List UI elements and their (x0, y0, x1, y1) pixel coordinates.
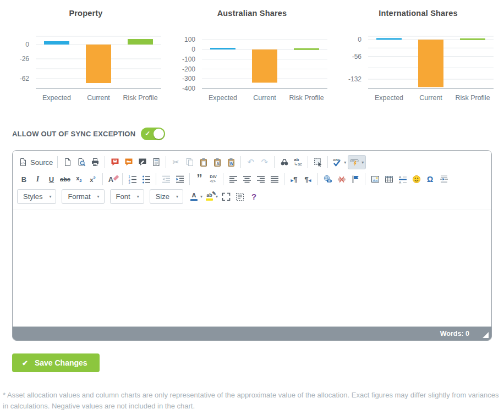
underline-button[interactable]: U (45, 172, 58, 186)
toolbar-separator (223, 173, 223, 185)
svg-text:W: W (229, 162, 233, 165)
toggle-label: ALLOW OUT OF SYNC EXCEPTION (12, 130, 135, 138)
y-tick-label: -300 (182, 75, 195, 82)
redo-icon: ↷ (261, 157, 268, 167)
y-tick-label: -56 (352, 53, 362, 60)
x-category-label: Expected (42, 94, 71, 102)
font-dropdown[interactable]: Font▾ (110, 189, 144, 204)
charts-row: Property 0-26-62ExpectedCurrentRisk Prof… (0, 0, 504, 102)
chart-title: Australian Shares (172, 8, 332, 18)
superscript-button[interactable]: x2 (86, 172, 100, 186)
blockquote-button[interactable]: ” (193, 172, 206, 186)
snippet-open-button[interactable] (122, 155, 135, 169)
svg-text:A: A (399, 181, 401, 184)
print-button[interactable] (88, 155, 102, 169)
save-changes-button[interactable]: ✔ Save Changes (12, 353, 100, 372)
spellcheck-button[interactable]: ABC▾ (331, 155, 348, 169)
x-category-label: Risk Profile (123, 94, 157, 102)
paste-button[interactable] (196, 155, 210, 169)
align-center-button[interactable] (240, 172, 254, 186)
check-icon: ✔ (22, 359, 28, 367)
snippet-save-button[interactable] (108, 155, 122, 169)
toolbar-separator (284, 173, 284, 185)
source-button[interactable]: </>Source (17, 155, 54, 169)
out-of-sync-toggle[interactable]: ✓ (141, 128, 165, 140)
bg-color-button[interactable]: ab✎▾ (204, 190, 220, 204)
outdent-icon (162, 175, 171, 184)
y-tick-label: -400 (182, 85, 195, 92)
paste-word-button[interactable]: W (224, 155, 238, 169)
toolbar-separator (308, 156, 308, 168)
table-button[interactable] (382, 172, 396, 186)
x-category-label: Risk Profile (455, 94, 490, 102)
bulleted-list-button[interactable] (139, 172, 153, 186)
image-button[interactable] (368, 172, 382, 186)
templates-button[interactable] (149, 155, 163, 169)
chart-canvas: 0-26-62ExpectedCurrentRisk Profile (6, 32, 166, 102)
align-right-button[interactable] (254, 172, 267, 186)
chevron-down-icon: ▾ (344, 160, 346, 165)
align-justify-button[interactable] (267, 172, 281, 186)
div-button[interactable]: DIV</> (206, 172, 220, 186)
numbered-list-button[interactable]: 123 (125, 172, 139, 186)
bg-color-icon: ab✎ (206, 193, 213, 201)
bold-button[interactable]: B (17, 172, 31, 186)
format-dropdown[interactable]: Format▾ (62, 189, 104, 204)
paste-text-button[interactable]: A (210, 155, 224, 169)
preview-button[interactable] (74, 155, 88, 169)
paste-text-icon: A (213, 158, 222, 167)
subscript-button[interactable]: x2 (72, 172, 86, 186)
bar-current (418, 40, 443, 87)
copy-icon (185, 158, 194, 167)
table-icon (385, 175, 393, 184)
y-tick-label: -100 (182, 56, 195, 63)
resize-handle-icon[interactable] (483, 332, 489, 338)
hr-icon: AA (398, 175, 407, 184)
snippet-edit-button[interactable] (135, 155, 149, 169)
editor-status-bar: Words: 0 (13, 327, 491, 340)
chevron-down-icon: ▾ (49, 194, 51, 199)
bidi-ltr-button[interactable]: ▸¶ (287, 172, 301, 186)
blockquote-icon: ” (197, 175, 202, 183)
hr-button[interactable]: AA (396, 172, 409, 186)
select-all-button[interactable] (311, 155, 325, 169)
numbered-list-icon: 123 (128, 175, 137, 184)
anchor-button[interactable] (348, 172, 362, 186)
smiley-button[interactable] (409, 172, 423, 186)
about-icon: ? (251, 192, 256, 201)
toolbar-separator (274, 156, 275, 168)
text-color-button[interactable]: A▾ (189, 190, 204, 204)
toolbar-separator (327, 156, 328, 168)
snippet-save-icon (111, 158, 119, 167)
replace-button[interactable]: ab↳ac (291, 155, 305, 169)
italic-button[interactable]: I (31, 172, 45, 186)
remove-format-button[interactable]: A (106, 172, 119, 186)
pagebreak-button[interactable] (437, 172, 451, 186)
svg-text:A: A (399, 175, 401, 179)
chart-property: Property 0-26-62ExpectedCurrentRisk Prof… (6, 8, 166, 102)
align-center-icon (243, 175, 251, 184)
bar-risk-profile (294, 48, 319, 50)
styles-dropdown[interactable]: Styles▾ (17, 189, 56, 204)
bidi-rtl-button[interactable]: ¶◂ (301, 172, 315, 186)
y-tick-label: -132 (348, 75, 361, 83)
maximize-button[interactable] (220, 190, 233, 204)
editor-content[interactable] (13, 209, 491, 327)
link-button[interactable] (321, 172, 335, 186)
y-tick-label: -62 (20, 75, 30, 82)
source-button-label: Source (30, 158, 53, 167)
about-button[interactable]: ? (247, 190, 261, 204)
find-button[interactable] (277, 155, 291, 169)
new-page-button[interactable] (61, 155, 74, 169)
strike-button[interactable]: abc (58, 172, 72, 186)
indent-button[interactable] (173, 172, 187, 186)
x-category-label: Current (419, 94, 442, 102)
align-left-button[interactable] (226, 172, 240, 186)
show-blocks-button[interactable] (233, 190, 247, 204)
omega-button[interactable]: Ω (423, 172, 437, 186)
scayt-button[interactable]: ▾ (348, 155, 366, 169)
undo-icon: ↶ (247, 157, 254, 167)
size-dropdown[interactable]: Size▾ (150, 189, 183, 204)
y-tick-label: 0 (25, 41, 29, 48)
align-justify-icon (270, 175, 279, 184)
